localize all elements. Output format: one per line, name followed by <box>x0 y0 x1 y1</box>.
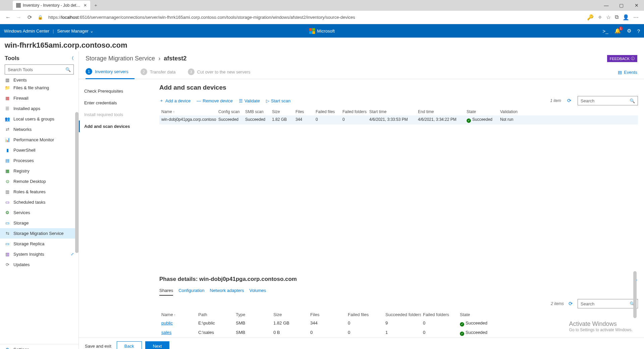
add-device-button[interactable]: ＋Add a device <box>159 98 191 104</box>
favorite-icon[interactable]: ☆ <box>606 14 611 20</box>
tool-item-remote-desktop[interactable]: ⊙Remote Desktop <box>0 176 78 187</box>
refresh-shares-icon[interactable]: ⟳ <box>569 301 573 307</box>
tool-item-storage-replica[interactable]: ▭Storage Replica <box>0 239 78 249</box>
collapse-tools-icon[interactable]: 〈 <box>69 55 74 61</box>
browser-tab[interactable]: Inventory - Inventory - Job det… ✕ <box>13 1 90 10</box>
col-end-time[interactable]: End time <box>416 109 465 114</box>
scol-files[interactable]: Files <box>308 312 346 317</box>
back-icon[interactable]: ← <box>3 14 13 20</box>
substep-prereq[interactable]: Check Prerequisites <box>79 85 153 97</box>
save-exit-link[interactable]: Save and exit <box>85 344 111 349</box>
tool-item-powershell[interactable]: ▮PowerShell <box>0 145 78 155</box>
key-icon[interactable]: 🔑 <box>587 14 594 20</box>
remove-device-button[interactable]: —Remove device <box>197 98 233 103</box>
substep-creds[interactable]: Enter credentials <box>79 97 153 109</box>
scol-type[interactable]: Type <box>234 312 271 317</box>
shares-search-input[interactable]: Search🔍 <box>578 299 638 308</box>
crumb-service[interactable]: Storage Migration Service <box>86 55 155 62</box>
maximize-icon[interactable]: ▢ <box>614 3 629 8</box>
popout-icon[interactable]: ⤢ <box>71 252 74 256</box>
refresh-icon[interactable]: ⟳ <box>24 14 35 20</box>
wizard-step-2[interactable]: 2Transfer data <box>141 66 182 79</box>
refresh-devices-icon[interactable]: ⟳ <box>567 98 572 104</box>
back-button[interactable]: Back <box>117 341 142 349</box>
url-field[interactable]: https://localhost:6516/servermanager/con… <box>46 15 587 20</box>
col-name[interactable]: Name <box>159 109 216 114</box>
tab-network-adapters[interactable]: Network adapters <box>210 286 244 296</box>
share-row[interactable]: sales C:\sales SMB 0 B 0 0 1 0 ✓Succeede… <box>159 328 638 338</box>
tab-configuration[interactable]: Configuration <box>178 286 204 296</box>
breadcrumb: Storage Migration Service › afstest2 <box>86 55 186 62</box>
notifications-icon[interactable]: 🔔1 <box>614 28 621 34</box>
col-size[interactable]: Size <box>270 109 293 114</box>
scol-failed-folders[interactable]: Failed folders <box>421 312 458 317</box>
tool-item-roles[interactable]: ▥Roles & features <box>0 187 78 197</box>
col-start-time[interactable]: Start time <box>367 109 416 114</box>
wac-brand[interactable]: Windows Admin Center <box>4 29 49 34</box>
tool-item-firewall[interactable]: ▦Firewall <box>0 93 78 103</box>
share-link[interactable]: sales <box>161 330 171 335</box>
new-tab-button[interactable]: ＋ <box>90 2 101 8</box>
tool-item-sms[interactable]: ⇆Storage Migration Service <box>0 228 78 239</box>
device-row[interactable]: win-dobj0p41pga.corp.contoso.com Succeed… <box>159 115 638 124</box>
site-info-icon[interactable]: 🔒 <box>35 15 46 20</box>
tab-title: Inventory - Inventory - Job det… <box>23 3 80 8</box>
star-outline-icon[interactable]: ✧ <box>598 14 602 20</box>
minimize-icon[interactable]: — <box>599 3 614 8</box>
tool-item-registry[interactable]: ▦Registry <box>0 166 78 176</box>
col-config-scan[interactable]: Config scan <box>216 109 243 114</box>
col-validation[interactable]: Validation <box>498 109 522 114</box>
share-row[interactable]: public E:\public SMB 1.82 GB 344 0 9 0 ✓… <box>159 319 638 328</box>
tool-item-updates[interactable]: ⟳Updates <box>0 259 78 270</box>
col-files[interactable]: Files <box>293 109 314 114</box>
tool-item-scheduled-tasks[interactable]: ▭Scheduled tasks <box>0 197 78 207</box>
help-icon[interactable]: ? <box>637 28 640 34</box>
scol-failed-files[interactable]: Failed files <box>346 312 383 317</box>
collections-icon[interactable]: ⧉ <box>615 14 619 20</box>
start-scan-button[interactable]: ▷Start scan <box>266 98 291 103</box>
wizard-step-3[interactable]: 3Cut over to the new servers <box>188 66 257 79</box>
url-path: :6516/servermanager/connections/server/w… <box>78 15 355 20</box>
col-smb-scan[interactable]: SMB scan <box>243 109 270 114</box>
close-tab-icon[interactable]: ✕ <box>80 3 87 8</box>
events-button[interactable]: ▤Events <box>618 70 637 75</box>
scol-size[interactable]: Size <box>271 312 308 317</box>
settings-gear-icon[interactable]: ⚙ <box>627 28 631 34</box>
next-button[interactable]: Next <box>145 341 170 349</box>
close-window-icon[interactable]: ✕ <box>629 3 644 8</box>
devices-search-input[interactable]: Search🔍 <box>578 96 638 105</box>
wizard-step-1[interactable]: 1Inventory servers <box>86 65 135 79</box>
more-icon[interactable]: ⋯ <box>633 14 639 20</box>
tool-item-processes[interactable]: ▤Processes <box>0 155 78 166</box>
tab-volumes[interactable]: Volumes <box>249 286 266 296</box>
tool-item-settings[interactable]: ⚙Settings <box>0 344 78 349</box>
tool-item-local-users[interactable]: 👥Local users & groups <box>0 114 78 124</box>
profile-icon[interactable]: 👤 <box>623 14 629 20</box>
scol-path[interactable]: Path <box>196 312 234 317</box>
tools-search-input[interactable]: Search Tools 🔍 <box>5 64 74 74</box>
tab-shares[interactable]: Shares <box>159 286 173 296</box>
col-failed-files[interactable]: Failed files <box>314 109 340 114</box>
validate-button[interactable]: ☰Validate <box>239 98 260 103</box>
share-link[interactable]: public <box>161 320 173 326</box>
col-state[interactable]: State <box>465 109 498 114</box>
context-picker[interactable]: Server Manager ⌄ <box>57 29 94 34</box>
tool-item-networks[interactable]: ⇄Networks <box>0 124 78 135</box>
feedback-button[interactable]: FEEDBACK ⓘ <box>607 55 637 62</box>
cloudshell-icon[interactable]: >_ <box>603 28 608 34</box>
phase-scrollbar[interactable] <box>633 271 637 338</box>
tool-item-services[interactable]: ⚙Services <box>0 207 78 218</box>
tool-item-system-insights[interactable]: ▥System Insights⤢ <box>0 249 78 259</box>
tool-item-events[interactable]: ▥Events <box>0 77 78 83</box>
scol-succeeded-folders[interactable]: Succeeded folders <box>383 312 421 317</box>
tool-item-storage[interactable]: ▭Storage <box>0 218 78 228</box>
tool-item-files[interactable]: 📁Files & file sharing <box>0 83 78 93</box>
tools-scrollbar[interactable] <box>75 112 78 253</box>
tool-item-perfmon[interactable]: 📊Performance Monitor <box>0 135 78 145</box>
tool-item-installed-apps[interactable]: ☰Installed apps <box>0 103 78 114</box>
col-failed-folders[interactable]: Failed folders <box>340 109 367 114</box>
tools-list: ▥Events 📁Files & file sharing ▦Firewall … <box>0 77 78 344</box>
scol-state[interactable]: State <box>458 312 495 317</box>
substep-add-scan[interactable]: Add and scan devices <box>79 120 153 132</box>
scol-name[interactable]: Name <box>159 312 196 317</box>
